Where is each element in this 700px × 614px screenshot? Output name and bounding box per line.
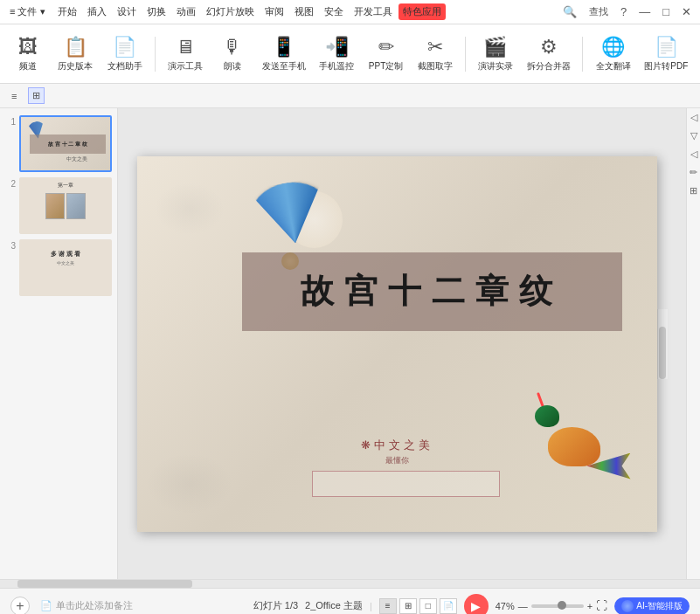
slide-num-1: 1 <box>5 117 16 127</box>
zoom-area: 47% — + ⛶ <box>496 599 607 612</box>
screenshot-label: 截图取字 <box>418 60 453 72</box>
read-icon: 🎙 <box>223 36 242 59</box>
slide-preview-1[interactable]: 故 宫 十 二 章 纹 中文之美 <box>19 115 112 172</box>
slide-preview-3[interactable]: 多 谢 观 看 中文之美 <box>19 239 112 296</box>
zoom-slider-thumb <box>558 601 566 610</box>
zoom-minus[interactable]: — <box>518 601 528 611</box>
slide-info: 幻灯片 1/3 <box>253 599 298 612</box>
tool-record[interactable]: 🎬 演讲实录 <box>473 32 518 76</box>
slide-thumb-1[interactable]: 1 故 宫 十 二 章 纹 中文之美 <box>5 115 112 172</box>
h-scrollbar-thumb[interactable] <box>17 580 192 588</box>
zoom-slider[interactable] <box>531 604 584 608</box>
thumb1-sub: 中文之美 <box>47 155 106 163</box>
add-slide-button[interactable]: + <box>10 597 30 615</box>
bird-decoration <box>535 388 631 484</box>
slide-title-text: 故宫十二章纹 <box>301 269 563 314</box>
help-icon[interactable]: ? <box>617 3 630 20</box>
title-bar: ≡ 文件 ▾ 开始 插入 设计 切换 动画 幻灯片放映 审阅 视图 安全 开发工… <box>0 0 700 24</box>
search-icon[interactable]: 🔍 <box>559 3 580 20</box>
menu-animation[interactable]: 动画 <box>172 3 200 20</box>
menu-transition[interactable]: 切换 <box>142 3 170 20</box>
file-menu[interactable]: ≡ 文件 ▾ <box>5 3 50 20</box>
list-view-btn[interactable]: ≡ <box>7 88 21 104</box>
tool-read[interactable]: 🎙 朗读 <box>211 32 253 76</box>
view-btn-normal[interactable]: ≡ <box>379 598 397 614</box>
slide-title-box: 故宫十二章纹 <box>242 252 622 331</box>
slide-preview-2[interactable]: 第一章 <box>19 177 112 234</box>
ai-button[interactable]: AI-智能排版 <box>614 597 690 615</box>
note-placeholder[interactable]: 单击此处添加备注 <box>56 599 133 612</box>
horizontal-scrollbar[interactable] <box>0 579 700 588</box>
screenshot-icon: ✂ <box>427 36 443 59</box>
record-icon: 🎬 <box>483 36 507 59</box>
sep-status: | <box>370 601 372 611</box>
tool-sendphone[interactable]: 📱 发送至手机 <box>257 32 310 76</box>
bird-head <box>535 405 559 427</box>
menu-security[interactable]: 安全 <box>320 3 348 20</box>
thumb3-title: 多 谢 观 看 <box>21 250 110 259</box>
zoom-plus[interactable]: + <box>587 601 593 611</box>
menu-insert[interactable]: 插入 <box>83 3 111 20</box>
grid-view-btn[interactable]: ⊞ <box>28 87 45 104</box>
tool-history[interactable]: 📋 历史版本 <box>52 32 98 76</box>
right-tool-5[interactable]: ⊞ <box>690 185 697 197</box>
zoom-value: 47% <box>496 601 515 611</box>
view-btn-present[interactable]: □ <box>419 598 437 614</box>
sendphone-label: 发送至手机 <box>262 60 306 72</box>
tool-remote[interactable]: 📲 手机遥控 <box>314 32 359 76</box>
presentation-label: 演示工具 <box>168 60 203 72</box>
play-button[interactable]: ▶ <box>464 594 489 615</box>
right-tool-1[interactable]: ◁ <box>690 112 697 123</box>
sep3 <box>582 37 583 72</box>
right-tool-4[interactable]: ✏ <box>690 167 697 178</box>
minimize-icon[interactable]: — <box>635 3 654 20</box>
tool-screenshot[interactable]: ✂ 截图取字 <box>412 32 457 76</box>
tool-pptcustom[interactable]: ✏ PPT定制 <box>364 32 409 76</box>
maximize-icon[interactable]: □ <box>659 3 673 20</box>
status-bar: + 📄 单击此处添加备注 幻灯片 1/3 2_Office 主题 | ≡ ⊞ □… <box>0 588 700 614</box>
play-icon: ▶ <box>471 599 481 613</box>
menu-developer[interactable]: 开发工具 <box>350 3 397 20</box>
history-icon: 📋 <box>64 36 87 59</box>
slide-thumb-3[interactable]: 3 多 谢 观 看 中文之美 <box>5 239 112 296</box>
pptcustom-label: PPT定制 <box>369 60 403 72</box>
thumb2-img2 <box>66 193 86 219</box>
status-left: + 📄 单击此处添加备注 <box>10 597 239 615</box>
close-icon[interactable]: ✕ <box>678 3 695 20</box>
tool-img2pdf[interactable]: 📄 图片转PDF <box>640 32 693 76</box>
note-area: 📄 单击此处添加备注 <box>40 599 133 612</box>
slide-preview-inner-1: 故 宫 十 二 章 纹 中文之美 <box>21 117 110 170</box>
vertical-scrollbar[interactable] <box>657 309 668 379</box>
tool-translate[interactable]: 🌐 全文翻译 <box>590 32 635 76</box>
fullscreen-icon[interactable]: ⛶ <box>596 599 607 612</box>
right-tool-3[interactable]: ◁ <box>690 148 697 160</box>
slide-input-box[interactable] <box>312 471 500 497</box>
note-icon: 📄 <box>40 600 52 611</box>
presentation-icon: 🖥 <box>176 36 195 59</box>
slide-num-2: 2 <box>5 179 16 189</box>
right-tool-2[interactable]: ▽ <box>690 130 697 141</box>
title-bar-left: ≡ 文件 ▾ 开始 插入 设计 切换 动画 幻灯片放映 审阅 视图 安全 开发工… <box>5 3 559 20</box>
slide-thumb-2[interactable]: 2 第一章 <box>5 177 112 234</box>
read-label: 朗读 <box>224 60 241 72</box>
tool-presentation[interactable]: 🖥 演示工具 <box>163 32 208 76</box>
view-buttons: ≡ ⊞ □ 📄 <box>379 598 457 614</box>
menu-slideshow[interactable]: 幻灯片放映 <box>202 3 259 20</box>
menu-start[interactable]: 开始 <box>53 3 81 20</box>
menu-special[interactable]: 特色应用 <box>399 3 446 20</box>
search-label[interactable]: 查找 <box>586 3 612 20</box>
tool-merger[interactable]: ⚙ 拆分合并器 <box>522 32 575 76</box>
menu-design[interactable]: 设计 <box>113 3 141 20</box>
menu-view[interactable]: 视图 <box>290 3 318 20</box>
menu-review[interactable]: 审阅 <box>260 3 288 20</box>
scrollbar-thumb[interactable] <box>659 327 666 379</box>
tool-docassist[interactable]: 📄 文档助手 <box>101 32 147 76</box>
merger-icon: ⚙ <box>540 36 558 59</box>
ai-label: AI-智能排版 <box>636 600 683 612</box>
view-btn-notes[interactable]: 📄 <box>440 598 457 614</box>
img2pdf-label: 图片转PDF <box>644 60 688 72</box>
title-icons: 🔍 查找 ? — □ ✕ <box>559 3 695 20</box>
slide-canvas[interactable]: 故宫十二章纹 ❋中文之美 最懂你 <box>137 156 657 532</box>
view-btn-grid[interactable]: ⊞ <box>399 598 417 614</box>
tool-channel[interactable]: 🖼 频道 <box>7 32 49 76</box>
